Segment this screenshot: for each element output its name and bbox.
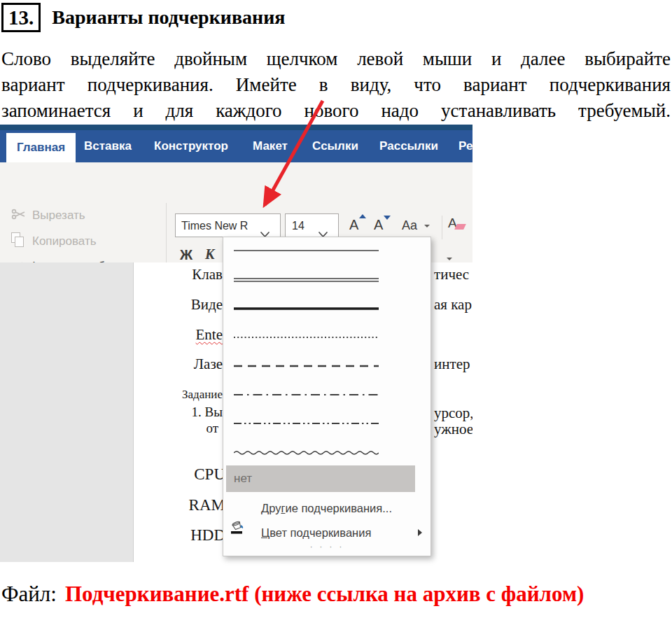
doc-text-fragment: HDD bbox=[190, 526, 225, 545]
tab-mailings[interactable]: Рассылки bbox=[374, 130, 444, 162]
more-underlines-menu-item[interactable]: Другие подчеркивания... bbox=[261, 502, 392, 515]
copy-icon bbox=[11, 232, 25, 248]
intro-line-2: вариант подчеркивания. Имейте в виду, чт… bbox=[1, 72, 671, 98]
underline-style-thick[interactable] bbox=[234, 302, 379, 309]
dropdown-grip-dots: · · · · bbox=[223, 541, 430, 552]
doc-text-fragment: 1. Вы bbox=[192, 405, 223, 420]
doc-text-fragment-spellcheck: Ente bbox=[196, 326, 223, 344]
underline-style-dashed[interactable] bbox=[234, 360, 379, 367]
font-size-combo[interactable]: 14 bbox=[285, 213, 339, 237]
scissors-icon bbox=[11, 207, 27, 224]
tab-layout[interactable]: Макет bbox=[245, 130, 295, 162]
doc-text-fragment: ужное bbox=[434, 421, 472, 438]
caret-down-icon bbox=[384, 216, 391, 220]
underline-styles-dropdown: нет Другие подчеркивания... Цвет подчерк… bbox=[223, 237, 431, 556]
copy-button[interactable]: Копировать bbox=[32, 234, 97, 248]
file-label: Файл: bbox=[1, 582, 57, 606]
doc-text-fragment: Задание bbox=[182, 388, 223, 402]
doc-text-fragment: урсор, bbox=[434, 405, 472, 422]
word-titlebar bbox=[0, 125, 472, 130]
grow-font-button[interactable]: А bbox=[349, 217, 358, 233]
dropdown-arrow-icon[interactable] bbox=[447, 258, 452, 260]
divider bbox=[442, 216, 442, 239]
submenu-arrow-icon bbox=[418, 529, 422, 536]
doc-text-fragment: RAM bbox=[189, 496, 225, 514]
shrink-font-letter: А bbox=[374, 217, 383, 232]
file-name-text: Подчеркивание.rtf (ниже ссылка на архив … bbox=[65, 582, 584, 606]
lesson-number-box: 13. bbox=[1, 3, 41, 32]
page-title: Варианты подчеркивания bbox=[52, 6, 285, 29]
doc-text-fragment: интер bbox=[434, 356, 472, 373]
clear-formatting-button[interactable]: А bbox=[448, 216, 457, 231]
doc-text-fragment: тичес bbox=[434, 266, 472, 283]
underline-color-bucket-icon bbox=[230, 519, 246, 537]
doc-text-fragment: Клав bbox=[192, 266, 223, 283]
caret-up-icon bbox=[359, 214, 366, 218]
doc-text-fragment: от bbox=[206, 421, 218, 436]
bold-button[interactable]: Ж bbox=[180, 247, 192, 263]
lesson-heading: 13. Варианты подчеркивания bbox=[1, 3, 285, 32]
intro-line-3: запоминается и для каждого нового надо у… bbox=[1, 98, 671, 124]
more-underlines-text: ие подчеркивания... bbox=[285, 502, 392, 514]
underline-style-dash-dot[interactable] bbox=[234, 388, 379, 395]
underline-style-single[interactable] bbox=[234, 244, 379, 251]
change-case-button[interactable]: Aa bbox=[402, 218, 430, 233]
underline-color-text: вет подчеркивания bbox=[270, 526, 371, 539]
tab-review-cut[interactable]: Ре bbox=[458, 130, 479, 162]
file-line: Файл:Подчеркивание.rtf (ниже ссылка на а… bbox=[1, 582, 584, 607]
shrink-font-button[interactable]: А bbox=[374, 217, 383, 233]
intro-paragraph: Слово выделяйте двойным щелчком левой мы… bbox=[1, 46, 671, 124]
tab-design[interactable]: Конструктор bbox=[146, 130, 237, 162]
font-name-combo[interactable]: Times New R bbox=[175, 213, 281, 237]
doc-text-fragment: Лазе bbox=[194, 356, 223, 373]
underline-style-double[interactable] bbox=[234, 274, 379, 281]
underline-color-accel: Ц bbox=[261, 526, 270, 539]
doc-text-fragment: CPU bbox=[194, 465, 225, 484]
doc-text-fragment: ая кар bbox=[434, 296, 472, 314]
dropdown-arrow-icon bbox=[424, 225, 430, 227]
intro-line-1: Слово выделяйте двойным щелчком левой мы… bbox=[1, 46, 671, 72]
tab-insert[interactable]: Вставка bbox=[78, 130, 137, 162]
more-underlines-text: Дру bbox=[261, 502, 281, 514]
tab-home[interactable]: Главная bbox=[6, 133, 76, 162]
document-background bbox=[0, 262, 133, 562]
grow-font-letter: А bbox=[349, 217, 358, 232]
underline-color-menu-item[interactable]: Цвет подчеркивания bbox=[261, 526, 371, 540]
ribbon-tab-bar: Главная Вставка Конструктор Макет Ссылки… bbox=[0, 130, 472, 162]
underline-style-wavy[interactable] bbox=[234, 446, 379, 453]
underline-none-item[interactable]: нет bbox=[226, 465, 415, 492]
underline-style-dash-dot-dot[interactable] bbox=[234, 417, 379, 424]
underline-style-dotted[interactable] bbox=[234, 331, 379, 338]
doc-text-fragment: Виде bbox=[191, 296, 223, 314]
cut-button[interactable]: Вырезать bbox=[32, 209, 85, 223]
underline-none-label: нет bbox=[234, 465, 252, 492]
tab-references[interactable]: Ссылки bbox=[307, 130, 364, 162]
word-screenshot: Главная Вставка Конструктор Макет Ссылки… bbox=[0, 125, 472, 562]
eraser-icon bbox=[454, 224, 466, 230]
change-case-label: Aa bbox=[402, 218, 417, 232]
font-size-value: 14 bbox=[292, 220, 304, 232]
italic-button[interactable]: К bbox=[205, 246, 215, 262]
font-name-value: Times New R bbox=[181, 220, 248, 232]
